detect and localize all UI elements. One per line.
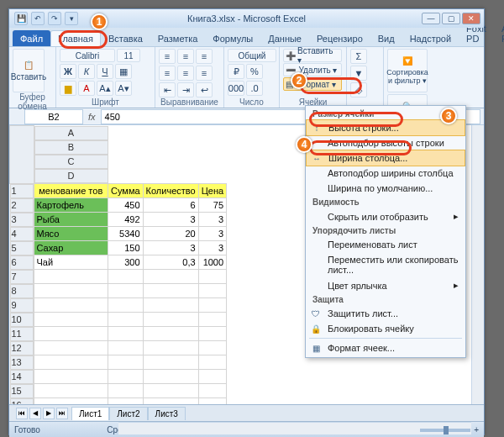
row-header[interactable]: 3 — [10, 213, 34, 227]
name-box[interactable]: B2 — [24, 109, 83, 124]
row-header[interactable]: 11 — [10, 327, 34, 341]
zoom-in-button[interactable]: + — [474, 425, 479, 434]
autosum-button[interactable]: Σ — [350, 49, 367, 64]
menu-rename-sheet[interactable]: Переименовать лист — [306, 237, 465, 252]
row-header[interactable]: 14 — [10, 370, 34, 384]
row-header[interactable]: 5 — [10, 241, 34, 255]
align-center-button[interactable]: ≡ — [177, 66, 194, 81]
cell[interactable]: Мясо — [34, 227, 108, 241]
cell[interactable]: 3 — [143, 241, 198, 255]
cell[interactable]: 450 — [108, 198, 144, 213]
menu-autofit-col[interactable]: Автоподбор ширины столбца — [306, 166, 465, 181]
row-header[interactable]: 12 — [10, 341, 34, 355]
cell[interactable]: менование тов — [34, 183, 108, 198]
col-header[interactable]: A — [34, 126, 108, 140]
cell[interactable]: Сумма — [108, 183, 144, 198]
vertical-scrollbar[interactable] — [471, 125, 484, 404]
redo-icon[interactable]: ↷ — [48, 12, 61, 25]
tab-insert[interactable]: Вставка — [101, 30, 150, 46]
menu-protect-sheet[interactable]: 🛡Защитить лист... — [306, 306, 465, 321]
tab-review[interactable]: Рецензиро — [309, 30, 370, 46]
underline-button[interactable]: Ч — [97, 64, 113, 79]
tab-data[interactable]: Данные — [260, 30, 309, 46]
grow-font-button[interactable]: A▴ — [97, 81, 113, 96]
row-header[interactable]: 1 — [10, 184, 34, 198]
tab-abbyy[interactable]: ABBYY F — [494, 20, 504, 46]
sheet-nav-last-icon[interactable]: ⏭ — [56, 408, 68, 419]
cell[interactable]: 1000 — [198, 255, 226, 270]
horizontal-scrollbar[interactable] — [118, 422, 471, 434]
align-left-button[interactable]: ≡ — [159, 66, 176, 81]
cell[interactable]: 3 — [198, 241, 226, 255]
maximize-button[interactable]: ▢ — [442, 13, 460, 24]
cell[interactable]: Цена — [198, 183, 226, 198]
cell[interactable]: 3 — [198, 213, 226, 227]
cell[interactable]: 5340 — [108, 227, 144, 241]
cell[interactable]: 20 — [143, 227, 198, 241]
indent-dec-button[interactable]: ⇤ — [159, 82, 176, 97]
tab-addins[interactable]: Надстрой — [402, 30, 459, 46]
sheet-nav-first-icon[interactable]: ⏮ — [16, 408, 28, 419]
cell[interactable]: Рыба — [34, 213, 108, 227]
zoom-slider[interactable] — [420, 429, 470, 432]
save-icon[interactable]: 💾 — [14, 12, 28, 25]
sheet-tab[interactable]: Лист1 — [71, 407, 109, 420]
bold-button[interactable]: Ж — [60, 64, 76, 79]
tab-layout[interactable]: Разметка — [150, 30, 206, 46]
qat-more-icon[interactable]: ▾ — [65, 12, 78, 25]
col-header[interactable]: B — [34, 140, 108, 155]
col-header[interactable]: D — [34, 169, 108, 183]
font-color-button[interactable]: A — [78, 81, 95, 96]
cell[interactable]: Чай — [34, 255, 108, 270]
cell[interactable]: 6 — [143, 198, 198, 213]
border-button[interactable]: ▦ — [115, 64, 132, 79]
dec-inc-button[interactable]: .0 — [246, 81, 263, 96]
fill-color-button[interactable]: ▆ — [60, 81, 76, 96]
cell[interactable]: Картофель — [34, 198, 108, 213]
menu-hide-show[interactable]: Скрыть или отобразить▸ — [306, 208, 465, 224]
sheet-tab[interactable]: Лист2 — [109, 407, 147, 420]
cell[interactable]: 492 — [108, 213, 144, 227]
fx-icon[interactable]: fx — [88, 112, 96, 122]
sort-filter-button[interactable]: 🔽Сортировка и фильтр ▾ — [387, 49, 428, 92]
italic-button[interactable]: К — [78, 64, 95, 79]
undo-icon[interactable]: ↶ — [31, 12, 45, 25]
tab-view[interactable]: Вид — [370, 30, 402, 46]
insert-cells-button[interactable]: ➕Вставить ▾ — [283, 49, 342, 62]
row-header[interactable]: 9 — [10, 298, 34, 313]
row-header[interactable]: 6 — [10, 255, 34, 270]
comma-button[interactable]: 000 — [228, 81, 244, 96]
cell[interactable]: 0,3 — [143, 255, 198, 270]
row-header[interactable]: 16 — [10, 398, 34, 405]
cell[interactable]: 3 — [198, 227, 226, 241]
row-header[interactable]: 4 — [10, 227, 34, 241]
select-all-corner[interactable] — [10, 126, 34, 184]
tab-formulas[interactable]: Формулы — [205, 30, 260, 46]
tab-file[interactable]: Файл — [13, 30, 50, 46]
sheet-tab[interactable]: Лист3 — [148, 407, 186, 420]
menu-tab-color[interactable]: Цвет ярлычка▸ — [306, 277, 465, 293]
row-header[interactable]: 2 — [10, 198, 34, 213]
sheet-nav-prev-icon[interactable]: ◀ — [29, 408, 41, 419]
menu-move-copy-sheet[interactable]: Переместить или скопировать лист... — [306, 252, 465, 277]
number-format-select[interactable]: Общий — [228, 49, 276, 62]
row-header[interactable]: 10 — [10, 313, 34, 327]
font-size-select[interactable]: 11 — [117, 49, 140, 62]
paste-button[interactable]: 📋Вставить — [13, 49, 45, 92]
row-header[interactable]: 13 — [10, 355, 34, 370]
cell[interactable]: 3 — [143, 213, 198, 227]
percent-button[interactable]: % — [246, 64, 263, 79]
align-mid-button[interactable]: ≡ — [177, 49, 194, 64]
cell[interactable]: Сахар — [34, 241, 108, 255]
row-header[interactable]: 15 — [10, 384, 34, 398]
minimize-button[interactable]: — — [422, 13, 440, 24]
align-bot-button[interactable]: ≡ — [196, 49, 213, 64]
shrink-font-button[interactable]: A▾ — [115, 81, 132, 96]
col-header[interactable]: C — [34, 155, 108, 169]
align-top-button[interactable]: ≡ — [159, 49, 176, 64]
wrap-text-button[interactable]: ↩ — [196, 82, 213, 97]
sheet-nav-next-icon[interactable]: ▶ — [43, 408, 55, 419]
close-button[interactable]: ✕ — [462, 13, 480, 24]
align-right-button[interactable]: ≡ — [196, 66, 213, 81]
menu-default-width[interactable]: Ширина по умолчанию... — [306, 181, 465, 196]
